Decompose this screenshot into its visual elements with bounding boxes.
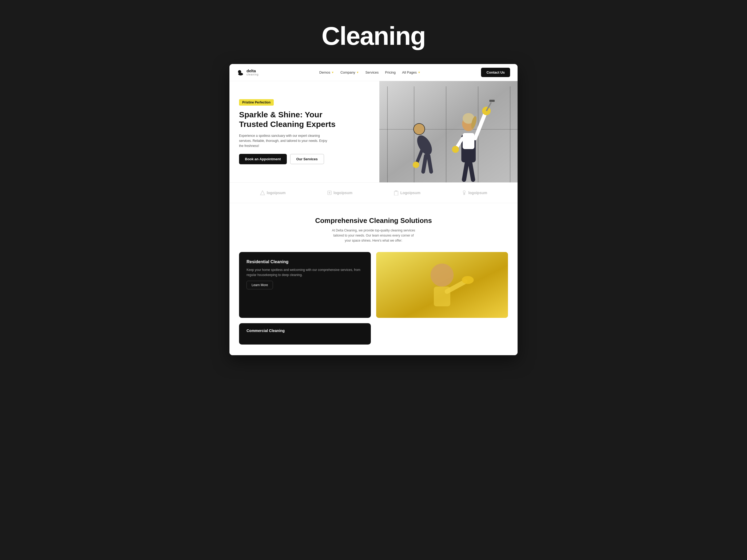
navbar: delta cleaning Demos ▼ Company ▼ Service… <box>229 64 518 81</box>
logo4-icon <box>462 190 467 195</box>
svg-rect-4 <box>387 86 388 182</box>
nav-item-services[interactable]: Services <box>365 71 379 74</box>
partner-logo-1: logoipsum <box>260 190 286 195</box>
partner-logo-2: logoipsum <box>327 190 353 195</box>
hero-badge: Pristine Perfection <box>239 99 274 106</box>
hero-right <box>379 81 518 182</box>
second-service-card: Commercial Cleaning <box>239 323 371 345</box>
hero-heading: Sparkle & Shine: Your Trusted Cleaning E… <box>239 110 370 129</box>
partner-logo-3: Logoipsum <box>394 190 420 195</box>
logo2-icon <box>327 190 332 195</box>
services-section: Comprehensive Cleaning Solutions At Delt… <box>229 203 518 355</box>
page-outer-title-section: Cleaning <box>5 11 742 64</box>
svg-line-16 <box>429 156 431 172</box>
logo-brand: delta <box>247 69 259 73</box>
chevron-down-icon: ▼ <box>331 71 334 74</box>
learn-more-button[interactable]: Learn More <box>247 281 273 289</box>
svg-point-35 <box>463 191 465 193</box>
svg-marker-30 <box>260 191 265 195</box>
nav-link-demos[interactable]: Demos ▼ <box>319 71 334 74</box>
svg-rect-9 <box>379 129 518 130</box>
page-outer-title: Cleaning <box>5 21 742 51</box>
service-image-card <box>376 252 508 318</box>
svg-point-41 <box>462 276 473 284</box>
hero-buttons: Book an Appointment Our Services <box>239 154 370 164</box>
nav-link-services[interactable]: Services <box>365 71 379 74</box>
svg-rect-32 <box>329 192 330 194</box>
svg-point-12 <box>414 124 424 134</box>
chevron-down-icon: ▼ <box>356 71 359 74</box>
logo1-icon <box>260 190 265 195</box>
svg-rect-5 <box>414 86 414 182</box>
section-header: Comprehensive Cleaning Solutions At Delt… <box>239 216 508 243</box>
logos-strip: logoipsum logoipsum Logoipsum logoipsum <box>229 182 518 203</box>
hero-image <box>379 81 518 182</box>
nav-link-allpages[interactable]: All Pages ▼ <box>402 71 420 74</box>
cleaning-person-illustration <box>376 252 508 318</box>
hero-section: Pristine Perfection Sparkle & Shine: You… <box>229 81 518 182</box>
logo3-icon <box>394 190 398 195</box>
browser-window: delta cleaning Demos ▼ Company ▼ Service… <box>229 64 518 355</box>
chevron-down-icon: ▼ <box>418 71 420 74</box>
partner-logo-4: logoipsum <box>462 190 487 195</box>
nav-item-company[interactable]: Company ▼ <box>340 71 359 74</box>
residential-card-desc: Keep your home spotless and welcoming wi… <box>247 267 363 277</box>
svg-point-38 <box>431 264 454 286</box>
svg-rect-34 <box>395 190 397 192</box>
nav-item-pricing[interactable]: Pricing <box>385 71 396 74</box>
residential-cleaning-card: Residential Cleaning Keep your home spot… <box>239 252 371 318</box>
second-service-title: Commercial Cleaning <box>247 328 363 333</box>
hero-subtext: Experience a spotless sanctuary with our… <box>239 133 330 149</box>
svg-point-14 <box>413 162 419 168</box>
contact-button[interactable]: Contact Us <box>481 68 510 77</box>
svg-rect-6 <box>446 86 446 182</box>
service-card-image-inner <box>376 252 508 318</box>
svg-point-29 <box>452 146 459 153</box>
cleaning-workers-illustration <box>379 81 518 182</box>
logo-text: delta cleaning <box>247 69 259 76</box>
our-services-button[interactable]: Our Services <box>290 154 324 164</box>
logo-sub: cleaning <box>247 73 259 76</box>
logo-area: delta cleaning <box>237 69 259 76</box>
residential-card-title: Residential Cleaning <box>247 260 363 264</box>
svg-rect-20 <box>463 133 474 149</box>
nav-link-company[interactable]: Company ▼ <box>340 71 359 74</box>
nav-links: Demos ▼ Company ▼ Services Pricing <box>319 71 420 74</box>
nav-item-demos[interactable]: Demos ▼ <box>319 71 334 74</box>
nav-link-pricing[interactable]: Pricing <box>385 71 396 74</box>
book-appointment-button[interactable]: Book an Appointment <box>239 154 287 164</box>
section-heading: Comprehensive Cleaning Solutions <box>239 216 508 225</box>
svg-rect-27 <box>489 100 495 102</box>
svg-rect-8 <box>510 86 510 182</box>
section-subtext: At Delta Cleaning, we provide top-qualit… <box>331 228 416 243</box>
svg-rect-33 <box>394 191 398 195</box>
hero-left: Pristine Perfection Sparkle & Shine: You… <box>229 81 379 182</box>
svg-rect-3 <box>379 81 518 182</box>
services-grid: Residential Cleaning Keep your home spot… <box>239 252 508 345</box>
nav-item-allpages[interactable]: All Pages ▼ <box>402 71 420 74</box>
svg-rect-36 <box>463 193 465 195</box>
svg-line-15 <box>423 156 426 172</box>
logo-icon <box>237 69 244 76</box>
svg-point-1 <box>238 70 241 73</box>
